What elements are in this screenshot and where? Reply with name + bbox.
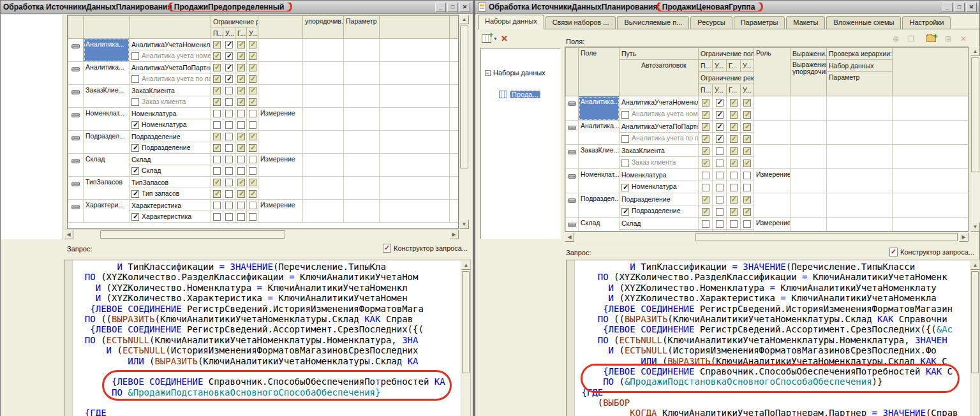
field-path-cell[interactable]: АналитикаУчетаНоменкла... — [130, 39, 211, 50]
checkbox[interactable] — [716, 147, 724, 155]
checkbox[interactable] — [249, 179, 256, 186]
checkbox[interactable] — [213, 52, 221, 60]
checkbox[interactable] — [730, 184, 738, 191]
scrollbar-thumb[interactable] — [460, 26, 468, 168]
field-role-cell[interactable] — [754, 96, 791, 121]
field-name-cell[interactable]: Номенклат... — [84, 108, 130, 131]
left-window-titlebar[interactable]: Обработка ИсточникиДанныхПланирования Пр… — [1, 1, 473, 14]
checkbox[interactable] — [716, 220, 724, 228]
add-field-button[interactable]: ⊕ — [889, 34, 903, 44]
checkbox[interactable] — [249, 144, 256, 152]
field-name-cell[interactable]: Аналитика... — [84, 62, 130, 85]
field-path-cell[interactable]: ЗаказКлиента — [620, 145, 699, 157]
checkbox[interactable] — [213, 121, 221, 129]
column-header-hierarchy-check[interactable]: Проверка иерархии: — [827, 48, 893, 60]
right-query-scrollbar[interactable]: ▲ — [970, 260, 979, 416]
query-builder-link[interactable]: Конструктор запроса... — [383, 244, 468, 253]
checkbox[interactable] — [621, 111, 629, 119]
checkbox[interactable] — [743, 172, 751, 179]
column-header-u1[interactable]: У... — [713, 60, 727, 72]
field-name-cell[interactable]: Аналитика... — [84, 39, 130, 62]
checkbox[interactable] — [730, 123, 738, 131]
field-row[interactable]: Характери...ХарактеристикаИзмерение — [68, 200, 459, 211]
autotitle-cell[interactable]: Аналитика учета по па... — [620, 133, 699, 145]
maximize-button[interactable]: □ — [954, 3, 965, 12]
checkbox[interactable] — [131, 190, 139, 198]
field-path-cell[interactable]: АналитикаУчетаПоПартне... — [130, 62, 211, 73]
column-header-g[interactable]: Г... — [235, 27, 247, 39]
column-header-dataset[interactable]: Набор данных — [827, 60, 893, 72]
field-row[interactable]: Аналитика...АналитикаУчетаПоПартне... — [68, 62, 459, 73]
field-name-cell[interactable]: Аналитика... — [579, 121, 620, 145]
field-role-cell[interactable]: Измерение — [258, 108, 303, 131]
checkbox[interactable] — [213, 213, 221, 221]
tab-макеты[interactable]: Макеты — [786, 16, 825, 29]
field-row[interactable]: Аналитика...АналитикаУчетаНоменкла... — [68, 39, 459, 50]
checkbox[interactable] — [249, 98, 256, 106]
field-name-cell[interactable]: Склад — [84, 154, 130, 177]
left-query-editor[interactable]: И ТипКлассификации = ЗНАЧЕНИЕ(Перечислен… — [64, 260, 471, 416]
column-header-order-expression[interactable]: упорядочив... — [303, 16, 344, 39]
right-query-editor[interactable]: И ТипКлассификации = ЗНАЧЕНИЕ(Перечислен… — [566, 260, 980, 416]
column-header-role[interactable]: Роль — [754, 48, 791, 96]
tab-наборы-данных[interactable]: Наборы данных — [478, 15, 544, 29]
column-header-u4[interactable]: У... — [741, 84, 754, 96]
field-role-cell[interactable] — [754, 121, 791, 145]
checkbox[interactable] — [225, 167, 233, 175]
column-header-u1[interactable]: У... — [223, 27, 235, 39]
checkbox[interactable] — [225, 202, 233, 209]
column-header-u2[interactable]: У... — [741, 60, 754, 72]
autotitle-cell[interactable]: Аналитика учета по па... — [130, 73, 211, 85]
column-header-p2[interactable]: П... — [699, 84, 713, 96]
autotitle-cell[interactable]: Аналитика учета номе... — [130, 50, 211, 62]
checkbox[interactable] — [730, 172, 738, 179]
checkbox[interactable] — [249, 87, 256, 94]
field-row[interactable]: Подраздел...Подразделение — [566, 193, 969, 205]
field-row[interactable]: СкладСкладИзмерение — [68, 154, 459, 165]
scroll-right-icon[interactable]: ▶ — [959, 232, 969, 242]
column-header-record-restriction[interactable]: Ограничение рек... — [211, 16, 258, 27]
column-header-parameter[interactable]: Параметр — [827, 72, 893, 96]
checkbox[interactable] — [225, 156, 233, 163]
right-table-horizontal-scrollbar[interactable]: ◀ ▶ — [565, 232, 969, 242]
checkbox[interactable] — [131, 75, 139, 83]
field-row[interactable]: СкладСкладИзмерение — [566, 218, 969, 230]
scrollbar-thumb[interactable] — [462, 271, 470, 373]
autotitle-cell[interactable]: Склад — [130, 165, 211, 177]
close-button[interactable]: ✕ — [966, 3, 977, 12]
column-header-field[interactable]: Поле — [579, 48, 620, 96]
delete-dataset-button[interactable]: ✕ — [501, 34, 508, 43]
field-path-cell[interactable]: ЗаказКлиента — [130, 85, 211, 96]
checkbox[interactable] — [237, 87, 245, 94]
add-table-button[interactable]: ⊞ — [941, 34, 955, 44]
checkbox[interactable] — [213, 110, 221, 117]
left-table-horizontal-scrollbar[interactable]: ◀ ▶ — [64, 229, 459, 239]
checkbox[interactable] — [249, 64, 256, 71]
checkbox[interactable] — [237, 133, 245, 140]
field-row[interactable]: ЗаказКлие...ЗаказКлиента — [68, 85, 459, 96]
checkbox[interactable] — [225, 87, 233, 94]
tab-ресурсы[interactable]: Ресурсы — [690, 16, 732, 29]
field-name-cell[interactable]: ЗаказКлие... — [84, 85, 130, 108]
checkbox[interactable] — [743, 123, 751, 131]
checkbox[interactable] — [225, 213, 233, 221]
field-role-cell[interactable] — [258, 39, 303, 62]
checkbox[interactable] — [225, 98, 233, 106]
checkbox[interactable] — [716, 184, 724, 191]
checkbox[interactable] — [716, 99, 724, 107]
column-header-u2[interactable]: У... — [247, 27, 258, 39]
checkbox[interactable] — [743, 160, 751, 167]
checkbox[interactable] — [716, 196, 724, 204]
checkbox[interactable] — [702, 208, 709, 216]
checkbox[interactable] — [237, 202, 245, 209]
column-header-path[interactable]: Путь — [620, 48, 699, 60]
checkbox[interactable] — [716, 135, 724, 143]
checkbox[interactable] — [716, 123, 724, 131]
checkbox[interactable] — [249, 133, 256, 140]
add-folder-button[interactable] — [926, 35, 936, 42]
field-row[interactable]: Аналитика...АналитикаУчетаНоменкла... — [566, 96, 969, 108]
scrollbar-thumb[interactable] — [695, 233, 958, 241]
minimize-button[interactable]: _ — [435, 3, 446, 12]
checkbox[interactable] — [249, 41, 256, 48]
scrollbar-thumb[interactable] — [971, 271, 979, 373]
